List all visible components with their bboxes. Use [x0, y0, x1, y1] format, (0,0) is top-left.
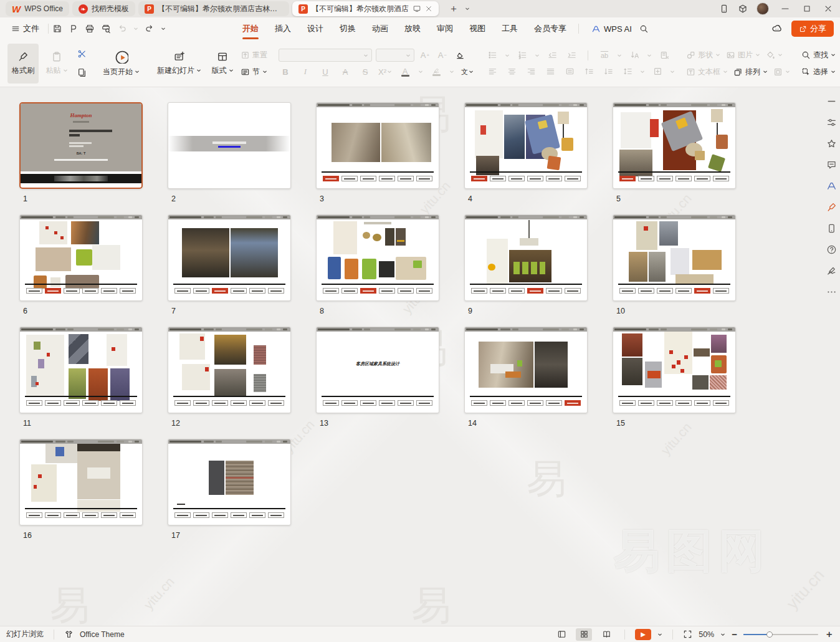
slide-thumbnail-4[interactable]	[464, 102, 588, 189]
italic-button[interactable]: I	[298, 65, 312, 78]
more-tools-icon[interactable]	[826, 287, 837, 297]
ribbon-tab-3[interactable]: 切换	[332, 17, 364, 40]
strikethrough-button[interactable]: S	[358, 65, 372, 78]
decrease-paragraph-space-button[interactable]	[601, 65, 615, 78]
slide-thumbnail-15[interactable]	[613, 327, 736, 413]
new-slide-button[interactable]: 新建幻灯片	[154, 44, 204, 84]
shape-fill-button[interactable]	[766, 50, 783, 60]
slide-layout-button[interactable]: 版式	[207, 44, 238, 84]
share-button[interactable]: 分享	[791, 21, 834, 37]
play-from-current-button[interactable]: 当页开始	[100, 44, 143, 84]
ribbon-tab-7[interactable]: 视图	[461, 17, 494, 40]
ribbon-tab-4[interactable]: 动画	[364, 17, 396, 40]
ribbon-tab-1[interactable]: 插入	[267, 17, 299, 40]
slideshow-play-button[interactable]: ▶	[635, 629, 651, 640]
favorites-star-icon[interactable]	[826, 138, 837, 149]
integrations-cube-icon[interactable]	[738, 4, 748, 14]
slide-thumbnail-16[interactable]	[19, 439, 143, 525]
zoom-slider[interactable]	[743, 634, 818, 635]
char-border-button[interactable]: A	[338, 65, 352, 78]
paste-button[interactable]: 粘贴	[41, 44, 72, 84]
fit-slide-icon[interactable]	[683, 630, 692, 639]
distribute-text-button[interactable]	[563, 65, 576, 78]
textbox-button[interactable]: 文本框	[686, 67, 728, 77]
slide-thumbnail-6[interactable]	[19, 214, 143, 301]
slide-thumbnail-3[interactable]	[316, 102, 439, 189]
slide-thumbnail-14[interactable]	[464, 327, 588, 413]
shape-outline-button[interactable]	[773, 67, 790, 77]
mobile-connect-icon[interactable]	[719, 4, 729, 14]
vertical-align-button[interactable]	[651, 65, 664, 78]
normal-view-button[interactable]	[553, 628, 570, 641]
signature-icon[interactable]	[826, 266, 837, 276]
ribbon-tab-9[interactable]: 会员专享	[526, 17, 575, 40]
ribbon-tab-2[interactable]: 设计	[299, 17, 332, 40]
underline-button[interactable]: U	[318, 65, 332, 78]
collapse-panel-icon[interactable]	[826, 96, 837, 107]
save-icon[interactable]	[52, 24, 62, 34]
increase-indent-button[interactable]	[565, 49, 578, 62]
reset-button[interactable]: 重置	[241, 50, 267, 60]
format-painter-button[interactable]: 格式刷	[7, 44, 39, 84]
slideshow-play-caret-icon[interactable]	[657, 632, 662, 637]
arrange-button[interactable]: 排列	[733, 67, 768, 77]
tab-list-chevron-icon[interactable]	[465, 6, 470, 11]
ribbon-tab-8[interactable]: 工具	[494, 17, 526, 40]
close-button[interactable]	[824, 4, 833, 13]
clear-format-button[interactable]	[453, 49, 467, 62]
help-icon[interactable]	[826, 244, 837, 255]
slide-thumbnail-1[interactable]: HamptonBA: T	[19, 102, 143, 189]
comments-icon[interactable]	[826, 160, 837, 170]
print-preview-icon[interactable]	[101, 24, 111, 34]
slide-thumbnail-11[interactable]	[19, 327, 143, 413]
slide-thumbnail-12[interactable]	[168, 327, 291, 413]
font-color-button[interactable]: A	[398, 65, 412, 78]
numbered-list-button[interactable]	[515, 49, 529, 62]
wps-ai-side-icon[interactable]	[826, 181, 837, 191]
line-spacing-button[interactable]	[621, 65, 634, 78]
new-tab-button[interactable]: ＋	[446, 2, 461, 16]
slide-sorter-canvas[interactable]: 易易易易易易yitu.cnyitu.cnyitu.cnyitu.cnyitu.c…	[0, 87, 840, 626]
beautify-brush-icon[interactable]	[826, 202, 837, 213]
vertical-text-button[interactable]	[628, 49, 641, 62]
align-left-button[interactable]	[485, 65, 499, 78]
undo-icon[interactable]	[117, 24, 127, 34]
user-avatar[interactable]	[756, 2, 769, 15]
increase-font-button[interactable]: A+	[418, 49, 432, 62]
pinyin-guide-button[interactable]: 文	[461, 65, 474, 78]
slide-thumbnail-8[interactable]	[316, 214, 439, 301]
ribbon-tab-5[interactable]: 放映	[396, 17, 429, 40]
bold-button[interactable]: B	[279, 65, 292, 78]
redo-icon[interactable]	[145, 24, 155, 34]
bullet-list-button[interactable]	[485, 49, 499, 62]
document-tab-0[interactable]: WWPS Office	[6, 1, 69, 16]
close-tab-icon[interactable]	[425, 5, 432, 12]
maximize-button[interactable]	[803, 4, 811, 13]
zoom-out-button[interactable]: −	[732, 629, 737, 640]
theme-label[interactable]: Office Theme	[80, 630, 125, 639]
adjust-settings-icon[interactable]	[826, 117, 837, 128]
shapes-button[interactable]: 形状	[686, 50, 720, 60]
cloud-status-icon[interactable]	[771, 23, 783, 34]
slide-thumbnail-5[interactable]	[613, 102, 736, 189]
document-tab-2[interactable]: P【不可编辑】希尔顿欢朋酒店吉林大街	[138, 1, 289, 16]
select-button[interactable]: 选择	[801, 67, 836, 77]
search-icon[interactable]	[639, 24, 649, 34]
slide-thumbnail-17[interactable]	[168, 439, 291, 525]
reading-view-button[interactable]	[598, 628, 614, 641]
font-family-select[interactable]	[279, 49, 372, 62]
mobile-sync-icon[interactable]	[826, 223, 837, 234]
decrease-font-button[interactable]: A−	[436, 49, 449, 62]
enter-fullview-icon[interactable]	[413, 4, 421, 13]
align-center-button[interactable]	[505, 65, 518, 78]
justify-button[interactable]	[543, 65, 557, 78]
slide-thumbnail-9[interactable]	[464, 214, 588, 301]
ribbon-tab-6[interactable]: 审阅	[429, 17, 461, 40]
superscript-button[interactable]: X²	[378, 65, 392, 78]
decrease-indent-button[interactable]	[545, 49, 559, 62]
zoom-in-button[interactable]: ＋	[824, 628, 834, 640]
redo-caret-icon[interactable]	[161, 26, 166, 31]
zoom-level-caret-icon[interactable]	[720, 632, 725, 637]
increase-paragraph-space-button[interactable]	[582, 65, 596, 78]
document-tab-3[interactable]: P【不可编辑】希尔顿欢朋酒店	[292, 1, 439, 16]
